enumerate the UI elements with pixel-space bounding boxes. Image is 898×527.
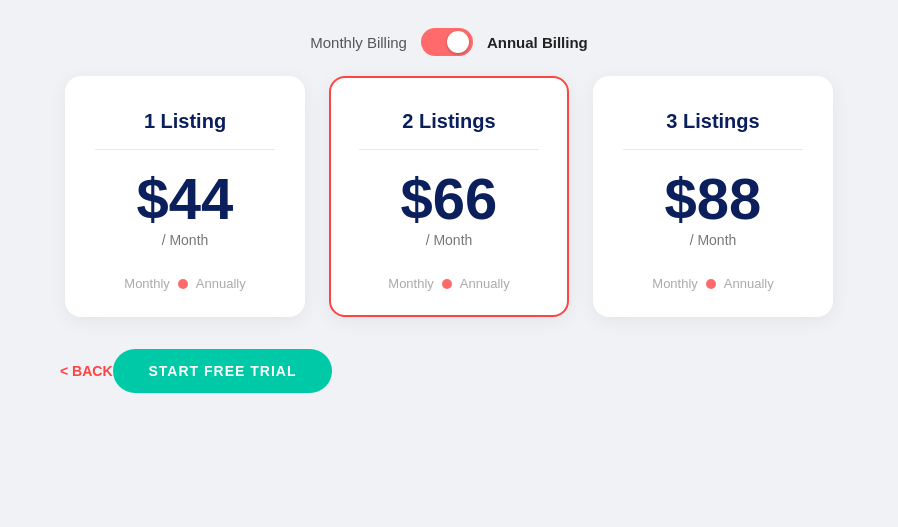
annual-billing-label: Annual Billing [487, 34, 588, 51]
card-3-annually-label: Annually [724, 276, 774, 291]
card-2-divider [359, 149, 539, 150]
card-3-price: $88 [665, 170, 762, 228]
card-1-monthly-label: Monthly [124, 276, 170, 291]
card-2-annually-label: Annually [460, 276, 510, 291]
toggle-track [421, 28, 473, 56]
card-1-annually-label: Annually [196, 276, 246, 291]
card-3-dot [706, 279, 716, 289]
card-2-period: / Month [426, 232, 473, 248]
card-1-billing-row: Monthly Annually [124, 276, 245, 291]
pricing-card-1[interactable]: 1 Listing $44 / Month Monthly Annually [65, 76, 305, 317]
start-trial-button[interactable]: START FREE TRIAL [113, 349, 333, 393]
back-button[interactable]: < BACK [60, 363, 113, 379]
toggle-thumb [447, 31, 469, 53]
card-2-price-row: $66 / Month [401, 170, 498, 248]
card-3-monthly-label: Monthly [652, 276, 698, 291]
card-3-period: / Month [690, 232, 737, 248]
monthly-billing-label: Monthly Billing [310, 34, 407, 51]
card-2-monthly-label: Monthly [388, 276, 434, 291]
card-3-billing-row: Monthly Annually [652, 276, 773, 291]
card-1-title: 1 Listing [144, 110, 226, 133]
card-3-divider [623, 149, 803, 150]
pricing-card-3[interactable]: 3 Listings $88 / Month Monthly Annually [593, 76, 833, 317]
card-2-price: $66 [401, 170, 498, 228]
card-2-billing-row: Monthly Annually [388, 276, 509, 291]
pricing-cards: 1 Listing $44 / Month Monthly Annually 2… [0, 76, 898, 317]
card-2-dot [442, 279, 452, 289]
pricing-card-2[interactable]: 2 Listings $66 / Month Monthly Annually [329, 76, 569, 317]
card-1-divider [95, 149, 275, 150]
card-3-price-row: $88 / Month [665, 170, 762, 248]
card-1-dot [178, 279, 188, 289]
card-1-price-row: $44 / Month [137, 170, 234, 248]
card-1-period: / Month [162, 232, 209, 248]
card-1-price: $44 [137, 170, 234, 228]
card-2-title: 2 Listings [402, 110, 495, 133]
bottom-bar: < BACK START FREE TRIAL [0, 327, 898, 393]
billing-toggle-bar: Monthly Billing Annual Billing [0, 0, 898, 76]
card-3-title: 3 Listings [666, 110, 759, 133]
billing-toggle[interactable] [421, 28, 473, 56]
